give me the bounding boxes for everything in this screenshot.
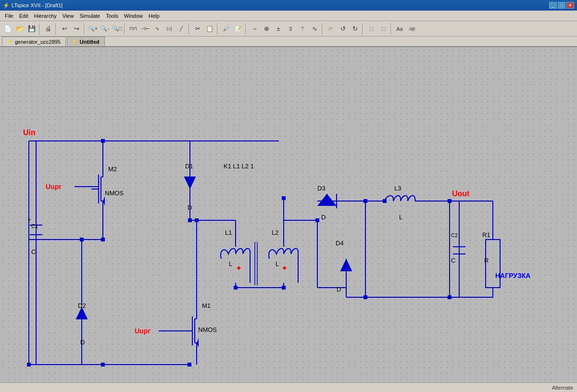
tabbar: ⚡ generator_ucc2895 ⚡ Untitled [0, 37, 577, 47]
minimize-button[interactable]: _ [549, 2, 557, 9]
svg-text:C2: C2 [451, 232, 458, 238]
tb-component[interactable]: 🔎 [220, 23, 232, 35]
tab-generator[interactable]: ⚡ generator_ucc2895 [2, 37, 66, 46]
svg-text:L2: L2 [272, 229, 278, 236]
tb-wire[interactable]: ╱ [176, 23, 187, 35]
tb-hand[interactable]: ☞ [325, 23, 337, 35]
menu-tools[interactable]: Tools [103, 12, 121, 20]
svg-rect-93 [448, 295, 452, 299]
maximize-button[interactable]: □ [558, 2, 565, 9]
tb-redo[interactable]: ↪ [71, 23, 82, 35]
svg-text:L: L [276, 260, 279, 267]
tb-cut[interactable]: ✂ [192, 23, 203, 35]
svg-text:✦: ✦ [236, 264, 242, 272]
tb-sep3 [84, 23, 86, 35]
svg-text:+: + [27, 216, 31, 223]
tb-open[interactable]: 📂 [14, 23, 25, 35]
svg-text:K1 L1 L2 1: K1 L1 L2 1 [224, 163, 254, 170]
circuit-svg: Uin Uupr Uupr Uout НАГРУЗКА M2 NMOS M1 N… [0, 47, 577, 382]
svg-text:C: C [31, 248, 36, 255]
svg-text:L3: L3 [394, 185, 401, 192]
svg-text:Uupr: Uupr [135, 327, 151, 335]
tb-3[interactable]: 3 [285, 23, 296, 35]
tb-new[interactable]: 📄 [2, 23, 13, 35]
tb-sep2 [55, 23, 57, 35]
menu-edit[interactable]: Edit [16, 12, 31, 20]
svg-text:NMOS: NMOS [198, 326, 217, 333]
menu-view[interactable]: View [60, 12, 77, 20]
tb-ground[interactable]: ⊤ [297, 23, 308, 35]
svg-text:D: D [80, 339, 85, 346]
svg-rect-8 [188, 363, 191, 367]
tab-untitled[interactable]: ⚡ Untitled [67, 37, 105, 46]
svg-text:D3: D3 [317, 185, 326, 192]
svg-rect-25 [80, 238, 84, 241]
tb-zoom-fit[interactable]: 🔍□ [111, 23, 123, 35]
tb-zoom-in[interactable]: 🔍+ [87, 23, 99, 35]
tb-plus[interactable]: ⊕ [261, 23, 272, 35]
tb-spice-op[interactable]: .op [406, 23, 417, 35]
app-icon: ⚡ [3, 2, 10, 9]
titlebar-left: ⚡ LTspice XVII - [Draft1] [3, 2, 63, 9]
tb-text[interactable]: Aa [394, 23, 405, 35]
svg-text:D2: D2 [78, 302, 86, 309]
svg-text:L: L [229, 260, 232, 267]
tb-print[interactable]: 🖨 [42, 23, 54, 35]
tb-label[interactable]: 📝 [232, 23, 244, 35]
schematic-canvas[interactable]: Uin Uupr Uupr Uout НАГРУЗКА M2 NMOS M1 N… [0, 47, 577, 382]
tb-plusminus[interactable]: ± [273, 23, 284, 35]
tb-zoom-out[interactable]: 🔍- [99, 23, 111, 35]
tb-sep10 [390, 23, 392, 35]
tb-capacitor[interactable]: ⊣⊢ [139, 23, 151, 35]
svg-text:D: D [321, 214, 326, 221]
svg-text:Uin: Uin [23, 128, 36, 137]
tb-box2[interactable]: ⬚ [377, 23, 389, 35]
tb-undo[interactable]: ↩ [59, 23, 70, 35]
toolbar: 📄 📂 💾 🖨 ↩ ↪ 🔍+ 🔍- 🔍□ ⊓⊓ ⊣⊢ ∿ ▷| ╱ ✂ 📋 🔎 … [0, 21, 577, 37]
svg-text:Uupr: Uupr [46, 183, 62, 190]
titlebar-right: _ □ ✕ [549, 2, 574, 9]
tb-sep9 [362, 23, 364, 35]
svg-text:L: L [399, 214, 402, 221]
tb-sep5 [188, 23, 190, 35]
svg-text:✦: ✦ [281, 264, 288, 272]
svg-text:M1: M1 [202, 302, 211, 309]
tb-box1[interactable]: ⬚ [365, 23, 377, 35]
tb-redo2[interactable]: ↻ [349, 23, 361, 35]
tb-undo2[interactable]: ↺ [337, 23, 349, 35]
svg-text:C: C [451, 257, 455, 264]
svg-text:L1: L1 [225, 229, 232, 236]
tb-wave[interactable]: ∿ [309, 23, 320, 35]
tb-sep1 [39, 23, 41, 35]
tb-sep4 [124, 23, 126, 35]
tab-label-untitled: Untitled [80, 39, 100, 45]
svg-text:M2: M2 [108, 165, 117, 173]
statusbar-text: Alternate [552, 385, 573, 391]
tb-sep6 [217, 23, 219, 35]
svg-text:Uout: Uout [452, 190, 470, 198]
menu-hierarchy[interactable]: Hierarchy [31, 12, 60, 20]
tb-copy[interactable]: 📋 [204, 23, 215, 35]
svg-text:D: D [337, 286, 341, 293]
svg-marker-27 [184, 177, 196, 189]
tb-save[interactable]: 💾 [26, 23, 38, 35]
menu-file[interactable]: File [2, 12, 16, 20]
svg-text:D1: D1 [185, 163, 193, 170]
tb-arrow[interactable]: → [249, 23, 260, 35]
close-button[interactable]: ✕ [566, 2, 574, 9]
svg-text:C1: C1 [31, 223, 38, 229]
tab-label-generator: generator_ucc2895 [15, 39, 61, 45]
menu-simulate[interactable]: Simulate [76, 12, 103, 20]
svg-text:D4: D4 [336, 240, 344, 247]
tb-diode[interactable]: ▷| [163, 23, 175, 35]
svg-text:R1: R1 [482, 231, 490, 239]
tb-sep8 [322, 23, 324, 35]
tb-resistor[interactable]: ⊓⊓ [127, 23, 139, 35]
svg-text:D: D [188, 204, 192, 211]
svg-rect-92 [364, 199, 367, 203]
menu-window[interactable]: Window [121, 12, 146, 20]
tab-icon-generator: ⚡ [7, 39, 13, 45]
menu-help[interactable]: Help [146, 12, 163, 20]
tb-inductor[interactable]: ∿ [151, 23, 163, 35]
svg-text:НАГРУЗКА: НАГРУЗКА [495, 272, 530, 279]
